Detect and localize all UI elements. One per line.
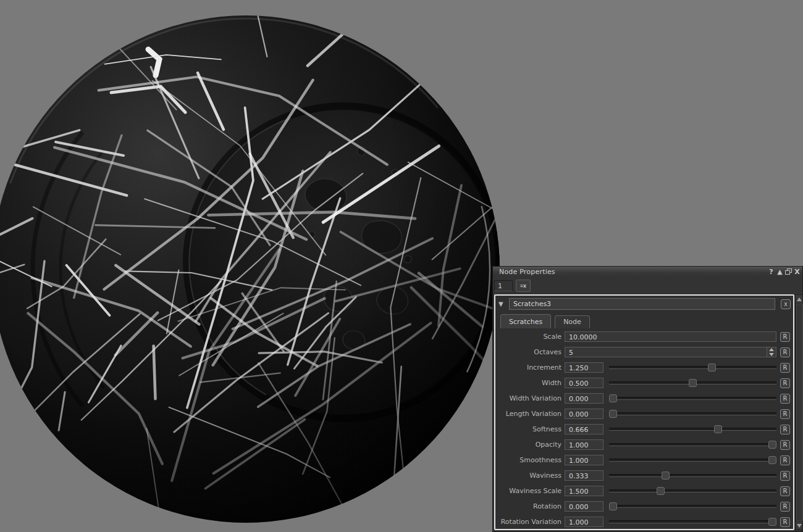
param-row: Increment 1.250 R xyxy=(495,360,793,375)
param-label: Scale xyxy=(495,333,565,341)
param-slider[interactable] xyxy=(609,425,776,433)
reset-button[interactable]: R xyxy=(780,517,790,527)
vertical-scrollbar[interactable] xyxy=(795,294,803,530)
slider-track[interactable] xyxy=(609,412,776,415)
spinner-down-icon[interactable] xyxy=(767,352,776,357)
node-close-button[interactable]: x xyxy=(781,299,791,309)
scrollbar-thumb[interactable] xyxy=(796,304,803,521)
param-label: Smoothness xyxy=(495,456,565,464)
slider-handle[interactable] xyxy=(714,425,722,433)
param-value-field[interactable]: 10.0000 xyxy=(565,331,776,342)
param-value-field[interactable]: 0.666 xyxy=(565,424,603,434)
slider-track[interactable] xyxy=(609,397,776,400)
slider-handle[interactable] xyxy=(689,379,697,387)
param-value-field[interactable]: 0.000 xyxy=(565,409,603,419)
spinner[interactable] xyxy=(767,347,776,357)
node-index-field[interactable]: 1 xyxy=(494,280,513,291)
param-row: Softness 0.666 R xyxy=(495,422,793,437)
reset-button[interactable]: R xyxy=(780,471,790,481)
param-label: Softness xyxy=(495,425,565,433)
param-slider[interactable] xyxy=(609,441,776,449)
param-slider[interactable] xyxy=(609,456,776,464)
slider-handle[interactable] xyxy=(708,364,716,372)
param-slider[interactable] xyxy=(609,410,776,418)
param-value-field[interactable]: 1.000 xyxy=(565,517,603,527)
param-row: Rotation Variation 1.000 R xyxy=(495,514,793,530)
help-icon[interactable]: ? xyxy=(767,268,775,276)
param-value-field[interactable]: 5 xyxy=(565,347,776,357)
tab-node[interactable]: Node xyxy=(555,315,590,328)
param-slider[interactable] xyxy=(609,487,776,495)
slider-track[interactable] xyxy=(609,459,776,462)
param-value-field[interactable]: 1.000 xyxy=(565,439,603,450)
param-label: Rotation Variation xyxy=(495,518,565,526)
slider-handle[interactable] xyxy=(657,487,665,495)
scrollbar-down-icon[interactable] xyxy=(796,522,802,530)
slider-handle[interactable] xyxy=(768,441,776,449)
reset-button[interactable]: R xyxy=(780,347,790,357)
reset-button[interactable]: R xyxy=(780,332,790,342)
reset-button[interactable]: R xyxy=(780,502,790,512)
close-icon[interactable]: X xyxy=(793,268,801,276)
panel-toolbar: 1 ≡x xyxy=(493,277,802,294)
panel-title: Node Properties xyxy=(499,268,767,276)
reset-button[interactable]: R xyxy=(780,409,790,419)
param-label: Opacity xyxy=(495,441,565,449)
reset-button[interactable]: R xyxy=(780,486,790,496)
slider-handle[interactable] xyxy=(609,394,617,402)
reset-button[interactable]: R xyxy=(780,394,790,404)
param-slider[interactable] xyxy=(609,472,776,480)
param-label: Waviness xyxy=(495,472,565,480)
slider-handle[interactable] xyxy=(609,502,617,510)
application-window: Node Properties ? ▲ X 1 ≡x ▼ xyxy=(0,0,803,532)
slider-handle[interactable] xyxy=(768,456,776,464)
slider-track[interactable] xyxy=(609,520,776,523)
param-slider[interactable] xyxy=(609,518,776,526)
param-value-field[interactable]: 1.500 xyxy=(565,486,603,496)
panel-titlebar[interactable]: Node Properties ? ▲ X xyxy=(493,267,802,277)
param-row: Waviness 0.333 R xyxy=(495,468,793,483)
scrollbar-up-icon[interactable] xyxy=(796,295,802,303)
reset-button[interactable]: R xyxy=(780,378,790,388)
node-name-field[interactable]: Scratches3 xyxy=(509,298,775,310)
reset-button[interactable]: R xyxy=(780,425,790,434)
slider-track[interactable] xyxy=(609,474,776,477)
collapse-icon[interactable]: ▲ xyxy=(776,268,784,276)
param-slider[interactable] xyxy=(609,379,776,387)
param-value-field[interactable]: 0.333 xyxy=(565,470,603,481)
parameter-list: Scale 10.0000 R Octaves 5 R Increment 1.… xyxy=(495,329,793,530)
param-value-field[interactable]: 0.000 xyxy=(565,501,603,512)
slider-track[interactable] xyxy=(609,489,776,493)
slider-track[interactable] xyxy=(609,443,776,446)
reset-button[interactable]: R xyxy=(780,363,790,373)
reset-button[interactable]: R xyxy=(780,440,790,450)
param-slider[interactable] xyxy=(609,394,776,402)
param-row: Smoothness 1.000 R xyxy=(495,452,793,468)
slider-track[interactable] xyxy=(609,428,776,431)
node-collapse-icon[interactable]: ▼ xyxy=(498,301,506,307)
param-value-field[interactable]: 0.500 xyxy=(565,378,603,388)
spinner-up-icon[interactable] xyxy=(767,347,776,352)
slider-handle[interactable] xyxy=(768,518,776,526)
param-label: Increment xyxy=(495,364,565,372)
tab-scratches[interactable]: Scratches xyxy=(500,314,551,328)
toolbar-action-icon: ≡x xyxy=(520,283,526,289)
param-value-field[interactable]: 1.000 xyxy=(565,455,603,465)
slider-handle[interactable] xyxy=(662,472,670,480)
reset-button[interactable]: R xyxy=(780,455,790,465)
param-row: Scale 10.0000 R xyxy=(495,329,793,344)
slider-track[interactable] xyxy=(609,366,776,369)
param-slider[interactable] xyxy=(609,502,776,510)
param-value-field[interactable]: 0.000 xyxy=(565,393,603,404)
tab-bar: ScratchesNode xyxy=(500,314,793,328)
slider-track[interactable] xyxy=(609,505,776,508)
param-row: Opacity 1.000 R xyxy=(495,437,793,452)
slider-handle[interactable] xyxy=(609,410,617,418)
param-value-field[interactable]: 1.250 xyxy=(565,362,603,373)
toolbar-action-button[interactable]: ≡x xyxy=(516,280,531,292)
param-label: Octaves xyxy=(495,348,565,356)
param-label: Waviness Scale xyxy=(495,487,565,495)
param-row: Width 0.500 R xyxy=(495,375,793,391)
param-slider[interactable] xyxy=(609,364,776,372)
restore-icon[interactable] xyxy=(784,268,792,276)
